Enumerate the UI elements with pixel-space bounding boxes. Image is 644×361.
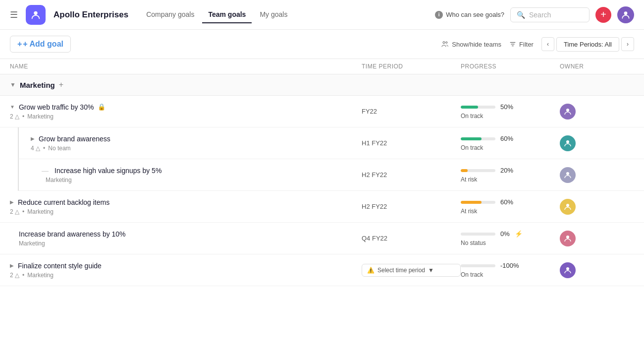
- warning-count: 2 △: [10, 208, 19, 215]
- goal-title[interactable]: Reduce current backlog items: [18, 198, 109, 206]
- warning-count: 2 △: [10, 113, 19, 120]
- separator: •: [43, 145, 45, 152]
- goal-row-grow-web: ▼ Grow web traffic by 30% 🔒 2 △ • Market…: [0, 96, 644, 127]
- svg-point-8: [566, 140, 569, 143]
- time-period-cell: H2 FY22: [362, 203, 461, 210]
- show-hide-teams-button[interactable]: Show/hide teams: [441, 40, 501, 48]
- tab-team-goals[interactable]: Team goals: [202, 6, 252, 23]
- progress-cell: 60% At risk: [461, 198, 560, 215]
- team-label: Marketing: [27, 272, 54, 279]
- time-period-prev[interactable]: ‹: [541, 37, 554, 51]
- svg-point-0: [34, 11, 37, 14]
- app-icon: [26, 5, 46, 25]
- team-label: No team: [48, 145, 70, 152]
- progress-status: On track: [461, 271, 560, 278]
- owner-avatar: [560, 262, 576, 278]
- filter-button[interactable]: Filter: [509, 41, 534, 48]
- tab-company-goals[interactable]: Company goals: [140, 6, 200, 23]
- search-box[interactable]: 🔍 Search: [510, 7, 590, 22]
- user-avatar[interactable]: [617, 6, 634, 23]
- owner-cell: [560, 262, 634, 278]
- goal-title[interactable]: Grow brand awareness: [39, 135, 110, 143]
- progress-pct: 60%: [500, 198, 513, 206]
- expand-icon[interactable]: ▶: [10, 263, 14, 268]
- filter-icon: [509, 41, 516, 48]
- tab-my-goals[interactable]: My goals: [254, 6, 293, 23]
- progress-pct: 60%: [500, 135, 513, 142]
- expand-icon[interactable]: ▶: [10, 199, 14, 205]
- progress-bar-bg: [461, 137, 495, 140]
- warning-count: 4 △: [31, 145, 40, 152]
- time-period-cell: ⚠️ Select time period ▼: [362, 264, 461, 277]
- svg-point-3: [446, 42, 447, 43]
- owner-avatar: [560, 199, 576, 215]
- svg-point-9: [566, 172, 569, 175]
- progress-pct: 0%: [500, 230, 510, 238]
- goal-title[interactable]: Increase brand awareness by 10%: [10, 230, 126, 238]
- select-time-period-button[interactable]: ⚠️ Select time period ▼: [362, 264, 461, 277]
- time-period-next[interactable]: ›: [621, 37, 634, 51]
- goal-meta: 2 △ • Marketing: [10, 272, 362, 279]
- col-time-period: Time period: [362, 63, 461, 70]
- toolbar-right: Show/hide teams Filter ‹ Time Periods: A…: [441, 37, 634, 52]
- section-add-icon[interactable]: +: [59, 80, 63, 89]
- goal-meta: 2 △ • Marketing: [10, 208, 362, 215]
- expand-icon[interactable]: ▼: [10, 104, 15, 110]
- owner-cell: [560, 231, 634, 246]
- who-can-see-button[interactable]: i Who can see goals?: [435, 11, 504, 19]
- time-period-nav: ‹ Time Periods: All ›: [541, 37, 634, 52]
- goal-name-cell: ▼ Grow web traffic by 30% 🔒 2 △ • Market…: [10, 97, 362, 126]
- progress-bar-bg: [461, 264, 495, 267]
- progress-cell: 20% At risk: [461, 167, 560, 183]
- toolbar: + + Add goal Show/hide teams Filter ‹ Ti…: [0, 30, 644, 59]
- nav-tabs: Company goals Team goals My goals: [140, 6, 293, 23]
- section-collapse-icon[interactable]: ▼: [10, 81, 16, 88]
- time-period-cell: H2 FY22: [362, 171, 461, 179]
- progress-status: At risk: [461, 176, 560, 183]
- progress-bar-fill: [461, 137, 482, 140]
- progress-status: No status: [461, 240, 560, 246]
- col-name: Name: [10, 63, 362, 70]
- progress-bar-bg: [461, 233, 495, 236]
- section-title: Marketing: [20, 81, 55, 89]
- owner-avatar: [560, 135, 576, 151]
- progress-bar-bg: [461, 201, 495, 204]
- time-period-cell: Q4 FY22: [362, 235, 461, 242]
- goal-name-cell: ▶ Grow brand awareness 4 △ • No team: [31, 129, 362, 158]
- goal-title[interactable]: Increase high value signups by 5%: [54, 167, 161, 175]
- lock-icon: 🔒: [98, 103, 106, 111]
- owner-cell: [560, 167, 634, 183]
- goal-title[interactable]: Grow web traffic by 30%: [19, 103, 94, 111]
- time-period-cell: H1 FY22: [362, 139, 461, 147]
- goal-name-cell: ▶ Finalize content style guide 2 △ • Mar…: [10, 256, 362, 285]
- progress-pct: 50%: [500, 103, 513, 111]
- add-button[interactable]: +: [595, 7, 611, 23]
- add-goal-button[interactable]: + + Add goal: [10, 36, 71, 53]
- separator: •: [22, 113, 24, 120]
- svg-point-2: [443, 42, 445, 44]
- progress-bar-fill: [461, 201, 482, 204]
- goal-meta: 2 △ • Marketing: [10, 113, 362, 120]
- goal-row-backlog: ▶ Reduce current backlog items 2 △ • Mar…: [0, 191, 644, 223]
- search-placeholder: Search: [529, 11, 551, 19]
- svg-point-7: [566, 109, 569, 112]
- team-label: Marketing: [31, 177, 72, 183]
- goal-meta: 4 △ • No team: [31, 145, 362, 152]
- time-period-cell: FY22: [362, 108, 461, 115]
- svg-point-12: [566, 267, 569, 270]
- owner-avatar: [560, 231, 576, 246]
- who-can-see-label: Who can see goals?: [446, 11, 504, 18]
- goal-title[interactable]: Finalize content style guide: [18, 262, 102, 270]
- owner-avatar: [560, 104, 576, 120]
- time-period-label[interactable]: Time Periods: All: [556, 37, 619, 52]
- warning-count: 2 △: [10, 272, 19, 279]
- goal-name-cell: — Increase high value signups by 5% Mark…: [31, 161, 362, 189]
- expand-icon[interactable]: ▶: [31, 136, 35, 141]
- hamburger-icon[interactable]: ☰: [10, 9, 18, 20]
- progress-bar-fill: [461, 169, 468, 172]
- add-goal-label: + Add goal: [23, 40, 63, 49]
- filter-label: Filter: [519, 41, 534, 48]
- col-progress: Progress: [461, 63, 560, 70]
- goal-meta: Marketing: [10, 240, 362, 247]
- col-owner: Owner: [560, 63, 634, 70]
